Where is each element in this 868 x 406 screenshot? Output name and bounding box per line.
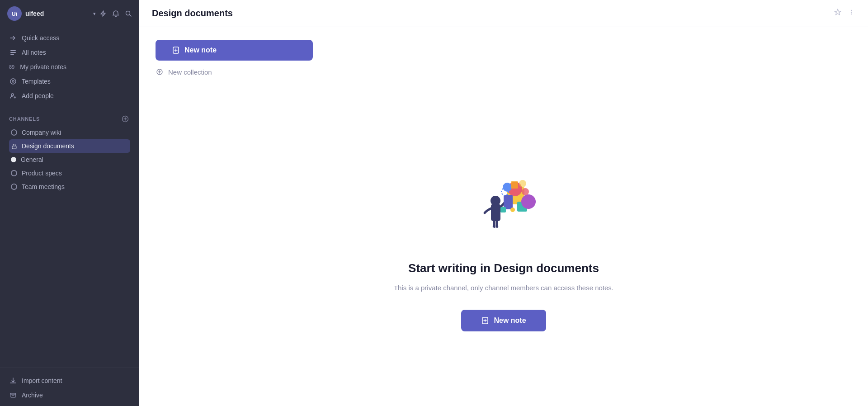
star-button[interactable] — [834, 8, 842, 19]
add-channel-button[interactable] — [120, 114, 130, 124]
svg-rect-1 — [10, 50, 16, 51]
new-note-button-center-label: New note — [494, 316, 526, 325]
svg-point-25 — [522, 188, 529, 195]
bell-icon[interactable] — [112, 10, 119, 17]
workspace-name: uifeed — [25, 10, 90, 17]
sidebar-bottom: Import content Archive — [0, 368, 139, 406]
top-actions: New note New collection — [139, 27, 868, 81]
sidebar-item-import-content[interactable]: Import content — [0, 373, 139, 388]
svg-rect-2 — [10, 52, 16, 53]
svg-point-6 — [11, 94, 14, 96]
svg-rect-8 — [12, 146, 16, 149]
svg-point-29 — [519, 180, 526, 187]
sidebar-item-my-private-notes[interactable]: 89 My private notes — [0, 60, 139, 74]
add-people-label: Add people — [22, 92, 54, 99]
add-people-icon — [9, 92, 17, 99]
channel-item-team-meetings[interactable]: Team meetings — [9, 180, 130, 194]
svg-rect-28 — [511, 181, 518, 189]
channel-dot-team-meetings — [11, 184, 17, 190]
empty-illustration — [458, 156, 549, 247]
svg-point-24 — [503, 183, 512, 192]
channel-dot-company-wiki — [11, 129, 17, 136]
svg-point-11 — [851, 12, 852, 13]
import-content-icon — [9, 377, 17, 384]
channels-label: CHANNELS — [9, 116, 40, 122]
svg-rect-9 — [10, 393, 16, 394]
quick-access-icon — [9, 34, 17, 42]
import-content-label: Import content — [22, 377, 62, 384]
svg-point-4 — [10, 79, 16, 84]
svg-rect-3 — [10, 54, 14, 55]
channel-dot-product-specs — [11, 170, 17, 176]
sidebar-item-all-notes[interactable]: All notes — [0, 45, 139, 60]
channel-item-company-wiki[interactable]: Company wiki — [9, 126, 130, 139]
channel-item-product-specs[interactable]: Product specs — [9, 166, 130, 180]
all-notes-label: All notes — [22, 49, 46, 56]
svg-point-12 — [851, 14, 852, 14]
page-title: Design documents — [152, 8, 828, 19]
new-collection-button[interactable]: New collection — [156, 62, 212, 81]
all-notes-icon — [9, 49, 17, 56]
svg-point-10 — [851, 10, 852, 11]
sidebar-header: Ui uifeed ▾ — [0, 0, 139, 27]
channel-dot-general — [11, 157, 16, 162]
more-button[interactable] — [847, 8, 855, 19]
quick-access-label: Quick access — [22, 34, 59, 42]
channel-label-company-wiki: Company wiki — [22, 129, 61, 136]
search-icon[interactable] — [125, 10, 132, 17]
svg-point-23 — [521, 194, 536, 209]
sidebar-item-add-people[interactable]: Add people — [0, 89, 139, 103]
my-private-notes-label: My private notes — [20, 63, 66, 71]
archive-label: Archive — [22, 392, 43, 399]
channel-label-design-documents: Design documents — [22, 142, 74, 150]
svg-rect-27 — [500, 207, 506, 212]
new-note-button-top-label: New note — [184, 46, 217, 54]
sidebar-item-quick-access[interactable]: Quick access — [0, 31, 139, 45]
channel-item-design-documents[interactable]: Design documents — [9, 139, 130, 153]
svg-point-26 — [510, 208, 515, 212]
svg-point-5 — [12, 80, 14, 82]
sidebar-item-archive[interactable]: Archive — [0, 388, 139, 402]
sidebar-nav: Quick access All notes 89 My private not… — [0, 27, 139, 107]
header-icons — [99, 10, 132, 17]
new-note-button-top[interactable]: New note — [156, 40, 313, 61]
channels-section: CHANNELS Company wiki Design documents — [0, 107, 139, 197]
archive-icon — [9, 392, 17, 399]
empty-state-title: Start writing in Design documents — [408, 261, 599, 275]
my-private-notes-badge: 89 — [9, 64, 14, 70]
channel-item-general[interactable]: General — [9, 153, 130, 166]
empty-state: Start writing in Design documents This i… — [139, 81, 868, 406]
channel-label-team-meetings: Team meetings — [22, 183, 65, 190]
sidebar-item-templates[interactable]: Templates — [0, 74, 139, 89]
templates-icon — [9, 78, 17, 85]
workspace-dropdown-icon[interactable]: ▾ — [93, 11, 96, 17]
svg-point-18 — [491, 196, 500, 206]
main-header: Design documents — [139, 0, 868, 27]
channels-header: CHANNELS — [9, 114, 130, 124]
channel-label-general: General — [21, 156, 43, 163]
empty-state-description: This is a private channel, only channel … — [394, 283, 613, 293]
workspace-avatar[interactable]: Ui — [7, 6, 22, 21]
svg-rect-17 — [491, 204, 500, 221]
new-note-button-center[interactable]: New note — [461, 310, 546, 331]
new-collection-label: New collection — [168, 68, 212, 76]
main-content: Design documents New note — [139, 0, 868, 406]
channel-dot-design-documents — [11, 143, 17, 149]
channel-label-product-specs: Product specs — [22, 170, 62, 177]
lightning-icon[interactable] — [99, 10, 107, 17]
sidebar: Ui uifeed ▾ — [0, 0, 139, 406]
templates-label: Templates — [22, 78, 51, 85]
